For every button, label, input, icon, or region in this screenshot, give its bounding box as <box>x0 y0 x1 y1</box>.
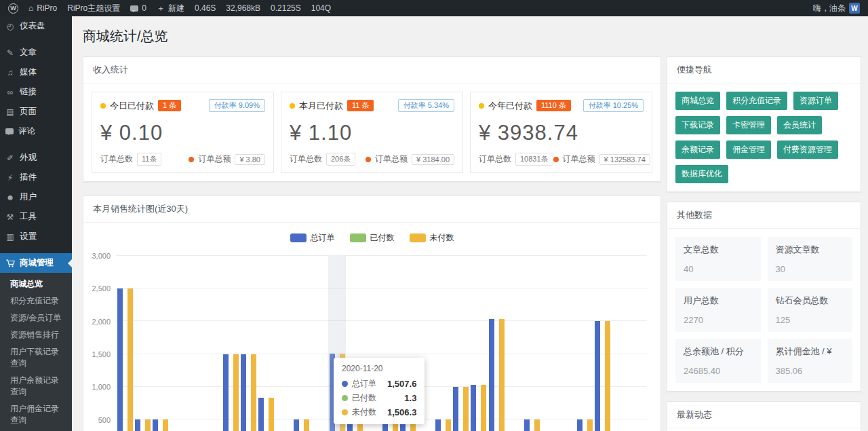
other-data-cell: 总余额池 / 积分24685.40 <box>675 339 761 383</box>
sidebar-subitem-0[interactable]: 商城总览 <box>0 276 72 293</box>
bar-group-2020-11-14[interactable] <box>222 256 240 431</box>
main-content: 商城统计/总览 收入统计 今日已付款 1 条 付款率 9.09% <box>72 16 868 431</box>
count-badge: 11 条 <box>347 100 374 111</box>
bar-group-2020-11-16[interactable] <box>258 256 275 431</box>
quick-nav-button-1[interactable]: 积分充值记录 <box>726 92 787 110</box>
quick-nav-button-4[interactable]: 卡密管理 <box>726 116 771 134</box>
quick-nav-button-3[interactable]: 下载记录 <box>675 116 720 134</box>
bar-group-2020-11-15[interactable] <box>240 256 258 431</box>
quick-nav-button-0[interactable]: 商城总览 <box>675 92 720 110</box>
legend-item-paid[interactable]: 已付数 <box>350 232 395 244</box>
sidebar-item-dashboard[interactable]: ◴仪表盘 <box>0 16 72 36</box>
legend-item-unpaid[interactable]: 未付数 <box>410 232 454 244</box>
sidebar-subitem-2[interactable]: 资源/会员订单 <box>0 310 72 326</box>
sidebar-subitem-1[interactable]: 积分充值记录 <box>0 293 72 310</box>
chart-legend: 总订单 已付数 未付数 <box>83 223 660 246</box>
orders-badge: 10831条 <box>515 153 553 166</box>
sidebar-menu: ◴仪表盘✎文章♫媒体∞链接▤页面评论✐外观⚡插件☻用户⚒工具▥设置 <box>0 16 72 246</box>
bar-group-2020-12-04[interactable] <box>576 256 593 431</box>
bar-group-2020-11-09[interactable] <box>134 256 151 431</box>
sidebar-item-plugins[interactable]: ⚡插件 <box>0 168 72 187</box>
bar-group-2020-12-03[interactable] <box>558 256 576 431</box>
sidebar-item-label: 设置 <box>20 231 37 242</box>
sidebar-item-shop-management[interactable]: 商城管理 <box>0 253 72 273</box>
page-icon: ▤ <box>5 107 15 117</box>
bar-group-2020-12-02[interactable] <box>540 256 558 431</box>
bar-group-2020-11-19[interactable] <box>311 256 328 431</box>
user-account-link[interactable]: 嗨，油条W <box>813 3 860 14</box>
tooltip-series-value: 1,507.6 <box>380 379 416 389</box>
quick-nav-button-5[interactable]: 会员统计 <box>777 116 822 134</box>
dot-icon <box>189 157 194 162</box>
post-icon: ✎ <box>5 48 15 58</box>
bar-group-2020-12-07[interactable] <box>629 256 647 431</box>
quick-nav-button-8[interactable]: 付费资源管理 <box>777 140 838 159</box>
bar-group-2020-11-18[interactable] <box>293 256 311 431</box>
other-data-label: 累计佣金池 / ¥ <box>776 345 845 358</box>
avatar: W <box>849 3 860 14</box>
site-name-link[interactable]: ⌂RiPro <box>28 3 57 13</box>
bar-group-2020-11-13[interactable] <box>204 256 222 431</box>
other-data-label: 用户总数 <box>684 295 753 307</box>
bar-未付数 <box>587 419 593 431</box>
sidebar-item-comments[interactable]: 评论 <box>0 121 72 141</box>
chart-y-axis: 05001,0001,5002,0002,5003,000 <box>85 256 116 431</box>
bar-group-2020-11-28[interactable] <box>470 256 488 431</box>
sidebar-item-users[interactable]: ☻用户 <box>0 187 72 207</box>
sidebar-item-pages[interactable]: ▤页面 <box>0 102 72 121</box>
new-content-link[interactable]: ＋新建 <box>157 3 184 14</box>
bar-group-2020-12-06[interactable] <box>612 256 629 431</box>
bar-group-2020-11-11[interactable] <box>169 256 186 431</box>
bar-未付数 <box>534 419 540 431</box>
wordpress-logo-icon: W <box>8 3 18 14</box>
bar-总订单 <box>595 321 600 431</box>
legend-swatch <box>410 233 426 242</box>
sidebar-item-settings[interactable]: ▥设置 <box>0 227 72 246</box>
bar-group-2020-11-26[interactable] <box>435 256 452 431</box>
sidebar-submenu: 商城总览积分充值记录资源/会员订单资源销售排行用户下载记录查询用户余额记录查询用… <box>0 273 72 431</box>
sidebar-item-media[interactable]: ♫媒体 <box>0 62 72 82</box>
orders-label: 订单总数 <box>479 153 511 165</box>
other-data-value: 385.06 <box>776 366 845 376</box>
sidebar-subitem-6[interactable]: 用户佣金记录查询 <box>0 400 72 429</box>
bar-总订单 <box>577 419 583 431</box>
theme-settings-link[interactable]: RiPro主题设置 <box>67 3 120 14</box>
total-badge: ¥ 3184.00 <box>412 154 454 165</box>
bar-group-2020-11-17[interactable] <box>275 256 293 431</box>
sidebar-subitem-5[interactable]: 用户余额记录查询 <box>0 372 72 400</box>
bar-group-2020-11-27[interactable] <box>452 256 470 431</box>
bar-未付数 <box>251 354 256 431</box>
card-label: 今日已付款 <box>110 100 154 112</box>
comments-link[interactable]: 0 <box>130 3 146 13</box>
tooltip-series-name: 未付数 <box>352 407 376 418</box>
bar-group-2020-11-30[interactable] <box>505 256 523 431</box>
y-tick-label: 3,000 <box>92 252 111 260</box>
other-data-label: 总余额池 / 积分 <box>684 345 753 358</box>
sidebar-subitem-4[interactable]: 用户下载记录查询 <box>0 343 72 372</box>
sidebar-item-label: 外观 <box>20 152 37 164</box>
bar-group-2020-12-05[interactable] <box>594 256 612 431</box>
rate-badge: 付款率 10.25% <box>583 99 644 112</box>
wordpress-menu[interactable]: W <box>8 3 18 14</box>
bar-未付数 <box>605 321 610 431</box>
sidebar-item-tools[interactable]: ⚒工具 <box>0 207 72 227</box>
perf-query-count: 104Q <box>311 3 331 13</box>
bar-group-2020-11-10[interactable] <box>151 256 169 431</box>
sidebar-item-links[interactable]: ∞链接 <box>0 82 72 102</box>
quick-nav-button-7[interactable]: 佣金管理 <box>726 140 771 159</box>
count-badge: 1 条 <box>158 100 181 111</box>
legend-item-total-orders[interactable]: 总订单 <box>290 232 335 244</box>
income-panel: 收入统计 今日已付款 1 条 付款率 9.09% ¥ 0.10 订单总数 <box>83 56 661 182</box>
bar-group-2020-11-08[interactable] <box>116 256 134 431</box>
quick-nav-button-9[interactable]: 数据库优化 <box>675 165 728 183</box>
bar-group-2020-11-29[interactable] <box>488 256 505 431</box>
bar-group-2020-12-01[interactable] <box>523 256 540 431</box>
quick-nav-button-2[interactable]: 资源订单 <box>793 92 838 110</box>
sidebar-item-appearance[interactable]: ✐外观 <box>0 148 72 168</box>
bar-chart: 05001,0001,5002,0002,5003,000 2020-11-20… <box>83 246 660 431</box>
bar-group-2020-11-12[interactable] <box>186 256 204 431</box>
quick-nav-button-6[interactable]: 余额记录 <box>675 140 720 159</box>
sidebar-subitem-3[interactable]: 资源销售排行 <box>0 326 72 343</box>
sidebar-item-posts[interactable]: ✎文章 <box>0 43 72 62</box>
y-tick-label: 1,500 <box>92 351 111 358</box>
